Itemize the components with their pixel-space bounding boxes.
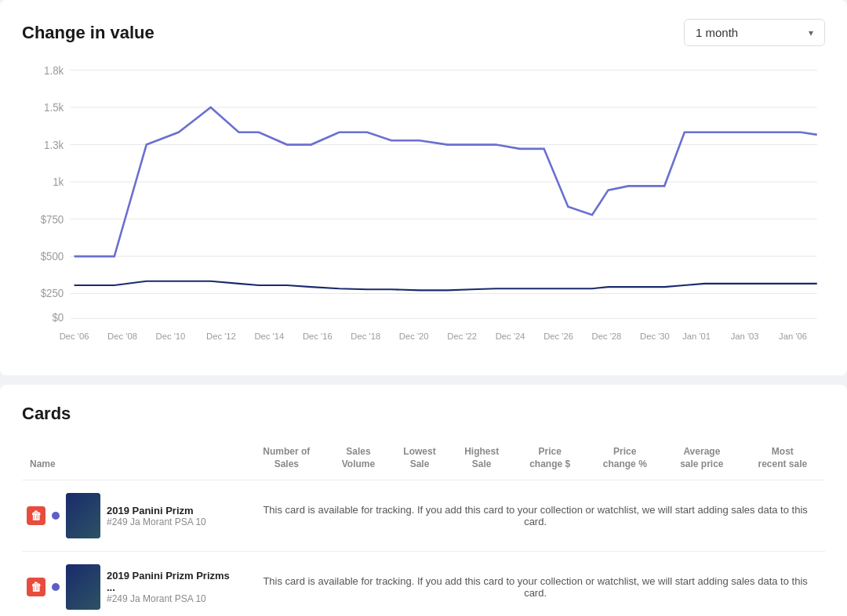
cards-section: Cards Name Number ofSales SalesVolume Lo… [0,385,847,616]
delete-button[interactable]: 🗑 [27,578,45,596]
svg-text:1k: 1k [53,176,64,188]
col-header-most-recent-sale: Mostrecent sale [740,440,825,480]
svg-text:Dec '06: Dec '06 [60,331,89,340]
dot-indicator [52,583,60,591]
svg-text:Dec '14: Dec '14 [254,331,284,340]
tracking-message: This card is available for tracking. If … [245,480,825,552]
col-header-price-change-dollar: Pricechange $ [514,440,587,480]
time-selector-label: 1 month [696,26,738,39]
cards-tbody: 🗑 2019 Panini Prizm #249 Ja Morant PSA 1… [22,480,825,616]
svg-text:Dec '24: Dec '24 [496,331,525,340]
main-container: Change in value 1 month ▾ $0 $250 $50 [0,0,847,616]
time-selector-dropdown[interactable]: 1 month ▾ [684,19,825,46]
chart-area: $0 $250 $500 $750 1k 1.3k 1.5k 1.8k Dec … [22,62,825,360]
chart-svg: $0 $250 $500 $750 1k 1.3k 1.5k 1.8k Dec … [22,62,825,360]
card-name-cell: 🗑 2019 Panini Prizm #249 Ja Morant PSA 1… [22,480,245,552]
col-header-name: Name [22,440,245,480]
svg-text:Dec '22: Dec '22 [447,331,477,340]
chart-title: Change in value [22,23,154,43]
table-row: 🗑 2019 Panini Prizm Prizms ... #249 Ja M… [22,552,825,616]
table-header: Name Number ofSales SalesVolume LowestSa… [22,440,825,480]
col-header-avg-sale-price: Averagesale price [663,440,740,480]
delete-button[interactable]: 🗑 [27,506,45,525]
svg-text:$0: $0 [52,312,64,324]
svg-text:Dec '26: Dec '26 [543,331,573,340]
svg-text:$500: $500 [41,251,64,263]
card-subtitle: #249 Ja Morant PSA 10 [107,516,206,527]
svg-text:1.3k: 1.3k [44,140,64,151]
card-subtitle: #249 Ja Morant PSA 10 [107,593,241,604]
svg-text:Jan '06: Jan '06 [779,331,807,340]
tracking-message: This card is available for tracking. If … [245,552,825,616]
svg-text:$250: $250 [41,288,64,299]
svg-text:1.8k: 1.8k [44,65,64,77]
card-name-cell: 🗑 2019 Panini Prizm Prizms ... #249 Ja M… [22,552,245,616]
col-header-num-sales: Number ofSales [245,440,327,480]
svg-text:1.5k: 1.5k [44,102,64,114]
chart-section: Change in value 1 month ▾ $0 $250 $50 [0,0,847,375]
chevron-down-icon: ▾ [809,27,813,38]
cards-table: Name Number ofSales SalesVolume LowestSa… [22,440,825,616]
svg-text:$750: $750 [41,214,64,226]
col-header-lowest-sale: LowestSale [389,440,449,480]
chart-header: Change in value 1 month ▾ [22,19,825,46]
svg-text:Dec '18: Dec '18 [351,331,380,340]
svg-text:Dec '08: Dec '08 [107,331,137,340]
card-name: 2019 Panini Prizm [107,505,206,516]
svg-text:Dec '10: Dec '10 [156,331,186,340]
card-thumbnail [66,564,100,610]
card-info: 2019 Panini Prizm #249 Ja Morant PSA 10 [107,505,206,527]
svg-text:Jan '01: Jan '01 [682,331,711,340]
card-thumbnail [66,493,100,538]
svg-text:Dec '28: Dec '28 [592,331,622,340]
secondary-chart-line [75,281,817,291]
svg-text:Jan '03: Jan '03 [731,331,759,340]
svg-text:Dec '12: Dec '12 [206,331,236,340]
card-name: 2019 Panini Prizm Prizms ... [107,570,241,593]
col-header-highest-sale: HighestSale [450,440,514,480]
svg-text:Dec '20: Dec '20 [399,331,429,340]
col-header-sales-volume: SalesVolume [328,440,390,480]
dot-indicator [52,512,60,520]
card-info: 2019 Panini Prizm Prizms ... #249 Ja Mor… [107,570,241,604]
col-header-price-change-pct: Pricechange % [587,440,664,480]
svg-text:Dec '16: Dec '16 [303,331,333,340]
cards-title: Cards [22,404,825,424]
svg-text:Dec '30: Dec '30 [640,331,670,340]
table-row: 🗑 2019 Panini Prizm #249 Ja Morant PSA 1… [22,480,825,552]
